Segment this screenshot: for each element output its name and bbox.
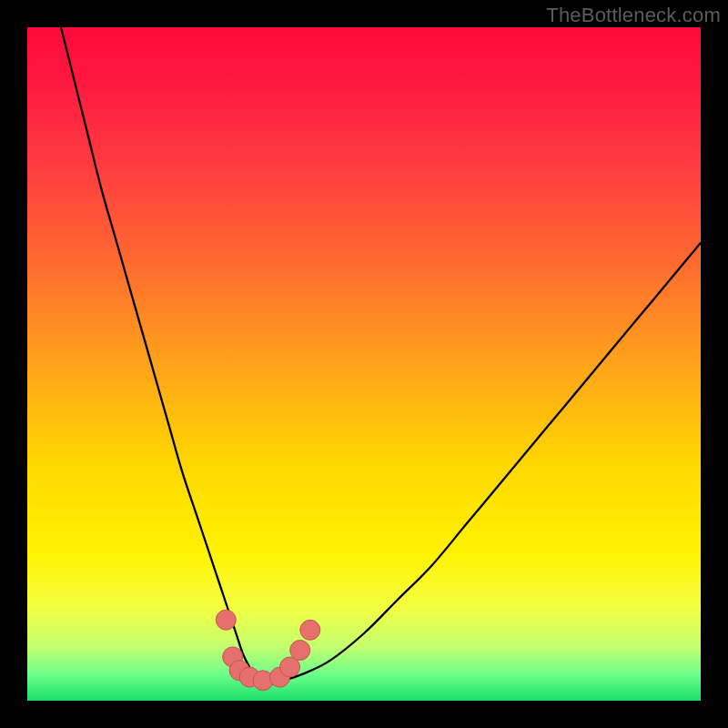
chart-frame [27, 27, 701, 701]
curve-marker [216, 610, 236, 630]
curve-marker [300, 620, 320, 640]
curve-marker [290, 641, 310, 661]
watermark-text: TheBottleneck.com [546, 4, 721, 27]
bottleneck-chart [27, 27, 701, 701]
